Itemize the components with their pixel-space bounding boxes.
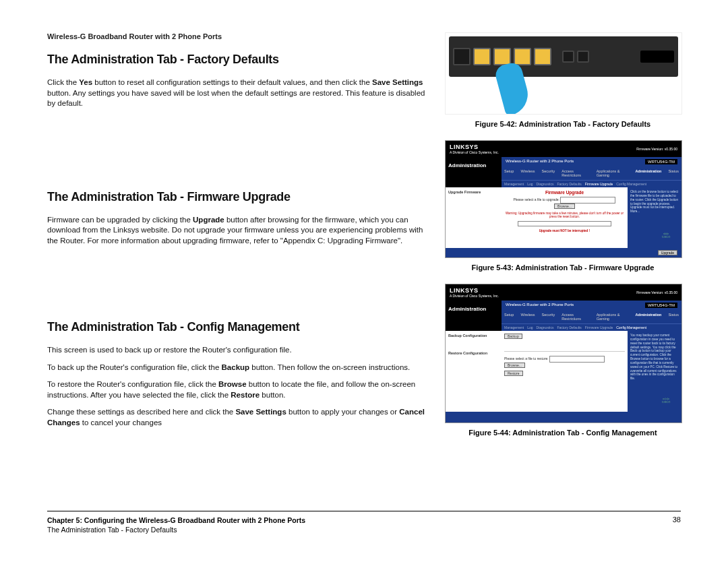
backup-button: Backup bbox=[504, 334, 522, 339]
paragraph: Firmware can be upgraded by clicking the… bbox=[47, 215, 431, 247]
upgrade-button: Upgrade bbox=[658, 250, 677, 255]
figure-caption: Figure 5-43: Administration Tab - Firmwa… bbox=[445, 263, 681, 272]
footer-subtitle: The Administration Tab - Factory Default… bbox=[47, 525, 305, 535]
paragraph: To restore the Router's configuration fi… bbox=[47, 379, 431, 400]
restore-button: Restore bbox=[504, 371, 523, 376]
cisco-logo-icon: ııı|ıı|ııCISCO bbox=[656, 397, 676, 408]
cisco-logo-icon: ıı|ıı|ııCISCO bbox=[656, 232, 676, 243]
paragraph: Change these settings as described here … bbox=[47, 407, 431, 428]
doc-header: Wireless-G Broadband Router with 2 Phone… bbox=[47, 32, 431, 40]
figure-config-management-screenshot: LINKSYS A Division of Cisco Systems, Inc… bbox=[445, 284, 682, 423]
page-footer: Chapter 5: Configuring the Wireless-G Br… bbox=[47, 511, 681, 535]
figure-caption: Figure 5-44: Administration Tab - Config… bbox=[445, 429, 681, 437]
paragraph: Click the Yes button to reset all config… bbox=[47, 77, 431, 109]
linksys-logo: LINKSYS bbox=[450, 144, 499, 150]
file-input bbox=[549, 356, 605, 363]
section-title-firmware-upgrade: The Administration Tab - Firmware Upgrad… bbox=[47, 190, 431, 204]
figure-caption: Figure 5-42: Administration Tab - Factor… bbox=[445, 120, 681, 128]
section-title-factory-defaults: The Administration Tab - Factory Default… bbox=[47, 53, 431, 67]
browse-button: Browse... bbox=[554, 204, 575, 209]
paragraph: This screen is used to back up or restor… bbox=[47, 345, 431, 356]
footer-chapter: Chapter 5: Configuring the Wireless-G Br… bbox=[47, 516, 305, 526]
browse-button: Browse... bbox=[504, 363, 525, 368]
figure-router-photo bbox=[445, 32, 682, 115]
file-input bbox=[560, 197, 615, 204]
linksys-logo: LINKSYS bbox=[450, 287, 499, 294]
page-number: 38 bbox=[673, 516, 681, 535]
figure-firmware-upgrade-screenshot: LINKSYS A Division of Cisco Systems, Inc… bbox=[445, 140, 682, 258]
paragraph: To back up the Router's configuration fi… bbox=[47, 363, 431, 373]
section-title-config-management: The Administration Tab - Config Manageme… bbox=[47, 320, 431, 334]
